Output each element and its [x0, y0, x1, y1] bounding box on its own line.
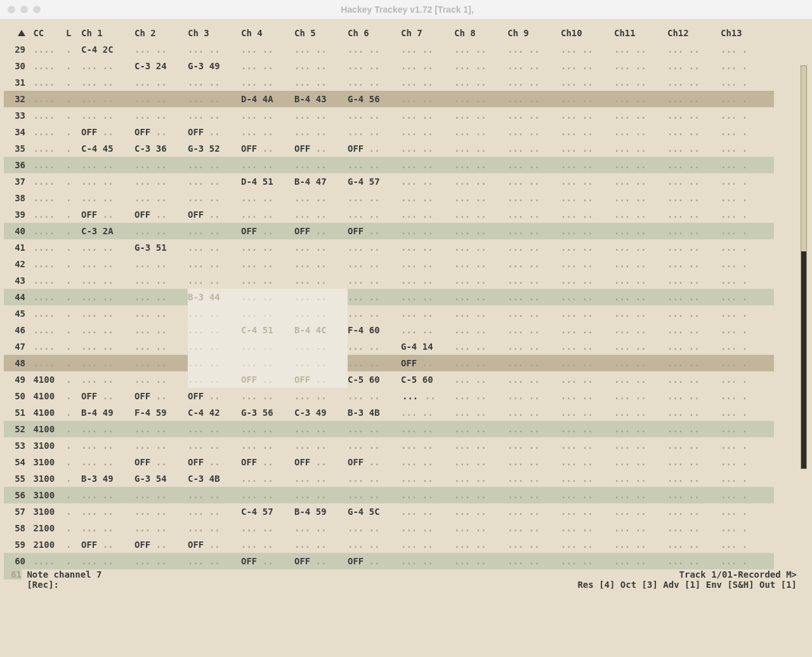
channel-cell[interactable]: ... .	[721, 470, 774, 487]
channel-cell[interactable]: ... ..	[561, 437, 614, 454]
channel-cell[interactable]: ... .	[721, 157, 774, 173]
channel-cell[interactable]: D-4 51	[241, 173, 294, 190]
channel-cell[interactable]: ... ..	[454, 305, 508, 322]
channel-cell[interactable]: ... ..	[667, 206, 721, 223]
channel-cell[interactable]: ... ..	[401, 322, 454, 338]
channel-cell[interactable]: ... ..	[454, 355, 508, 371]
channel-cell[interactable]: B-4 4C	[294, 322, 348, 338]
channel-cell[interactable]: ... ..	[81, 322, 134, 338]
channel-cell[interactable]: ... ..	[348, 256, 401, 272]
channel-cell[interactable]: ... .	[721, 140, 774, 157]
channel-cell[interactable]: ... ..	[241, 157, 294, 173]
channel-cell[interactable]: ... ..	[454, 454, 508, 470]
channel-cell[interactable]: ... ..	[667, 338, 721, 355]
channel-cell[interactable]: ... ..	[348, 74, 401, 91]
channel-cell[interactable]: ... ..	[241, 355, 294, 371]
scrollbar[interactable]	[801, 65, 807, 469]
channel-cell[interactable]: ... ..	[348, 272, 401, 289]
channel-cell[interactable]: ... ..	[81, 454, 134, 470]
channel-cell[interactable]: C-5 60	[401, 371, 454, 388]
channel-cell[interactable]: ... ..	[188, 421, 241, 437]
channel-cell[interactable]: ... ..	[667, 371, 721, 388]
channel-cell[interactable]: ... ..	[188, 305, 241, 322]
l-cell[interactable]: .	[66, 74, 81, 91]
pattern-row[interactable]: 55 3100.B-3 49G-3 54C-3 4B... ..... ....…	[4, 470, 774, 487]
channel-cell[interactable]: ... ..	[294, 107, 348, 124]
channel-cell[interactable]: ... ..	[348, 487, 401, 503]
channel-cell[interactable]: ... ..	[134, 74, 188, 91]
pattern-row[interactable]: 29 .....C-4 2C... ..... ..... ..... ....…	[4, 41, 774, 58]
channel-cell[interactable]: ... ..	[81, 190, 134, 206]
channel-cell[interactable]: ... ..	[508, 272, 561, 289]
channel-cell[interactable]: ... ..	[667, 536, 721, 553]
channel-cell[interactable]: ... ..	[667, 454, 721, 470]
channel-cell[interactable]: ... ..	[401, 520, 454, 536]
channel-cell[interactable]: ... ..	[81, 355, 134, 371]
channel-cell[interactable]: ... ..	[348, 536, 401, 553]
channel-cell[interactable]: ... ..	[134, 91, 188, 107]
pattern-row[interactable]: 58 2100.... ..... ..... ..... ..... ....…	[4, 520, 774, 536]
cc-cell[interactable]: ....	[28, 124, 66, 140]
cc-cell[interactable]: 3100	[28, 437, 66, 454]
channel-cell[interactable]: ... ..	[188, 487, 241, 503]
cc-cell[interactable]: ....	[28, 223, 66, 239]
channel-cell[interactable]: ... ..	[561, 124, 614, 140]
channel-cell[interactable]: C-4 57	[241, 503, 294, 520]
channel-cell[interactable]: ... ..	[401, 91, 454, 107]
channel-cell[interactable]: ... ..	[294, 520, 348, 536]
channel-cell[interactable]: ... ..	[454, 487, 508, 503]
channel-cell[interactable]: ... ..	[188, 437, 241, 454]
channel-cell[interactable]: ... ..	[401, 536, 454, 553]
channel-cell[interactable]: ... ..	[508, 256, 561, 272]
channel-cell[interactable]: ... ..	[561, 206, 614, 223]
channel-cell[interactable]: ... ..	[614, 404, 667, 421]
channel-cell[interactable]: ... ..	[561, 322, 614, 338]
channel-cell[interactable]: ... ..	[667, 124, 721, 140]
channel-cell[interactable]: ... ..	[134, 503, 188, 520]
channel-cell[interactable]: ... ..	[241, 487, 294, 503]
channel-cell[interactable]: C-3 24	[134, 58, 188, 74]
channel-cell[interactable]: OFF ..	[134, 388, 188, 404]
channel-cell[interactable]: OFF ..	[348, 223, 401, 239]
pattern-row[interactable]: 41 ........ ..G-3 51... ..... ..... ....…	[4, 239, 774, 256]
channel-cell[interactable]: ... ..	[348, 157, 401, 173]
channel-cell[interactable]: OFF ..	[81, 124, 134, 140]
channel-cell[interactable]: ... ..	[667, 553, 721, 569]
channel-cell[interactable]: ... ..	[241, 388, 294, 404]
channel-cell[interactable]: ... ..	[134, 256, 188, 272]
channel-cell[interactable]: ... ..	[81, 74, 134, 91]
pattern-row[interactable]: 35 .....C-4 45C-3 36G-3 52OFF ..OFF ..OF…	[4, 140, 774, 157]
l-cell[interactable]: .	[66, 173, 81, 190]
channel-cell[interactable]: ... ..	[188, 272, 241, 289]
channel-cell[interactable]: ... ..	[188, 338, 241, 355]
channel-cell[interactable]: ... ..	[508, 404, 561, 421]
channel-cell[interactable]: B-4 59	[294, 503, 348, 520]
channel-cell[interactable]: ... .	[721, 421, 774, 437]
channel-cell[interactable]: ... .	[721, 322, 774, 338]
channel-cell[interactable]: OFF ..	[348, 454, 401, 470]
channel-cell[interactable]: C-4 2C	[81, 41, 134, 58]
cc-cell[interactable]: ....	[28, 107, 66, 124]
channel-cell[interactable]: G-3 52	[188, 140, 241, 157]
cursor[interactable]: ...	[401, 391, 419, 401]
channel-cell[interactable]: ... ..	[81, 520, 134, 536]
channel-cell[interactable]: ... ..	[188, 322, 241, 338]
channel-cell[interactable]: ... .	[721, 553, 774, 569]
channel-cell[interactable]: ... ..	[81, 553, 134, 569]
channel-cell[interactable]: ... ..	[561, 487, 614, 503]
channel-cell[interactable]: ... ..	[134, 322, 188, 338]
cc-cell[interactable]: 4100	[28, 421, 66, 437]
channel-cell[interactable]: ... ..	[81, 289, 134, 305]
l-cell[interactable]: .	[66, 272, 81, 289]
channel-cell[interactable]: ... ..	[667, 355, 721, 371]
channel-cell[interactable]: ... ..	[348, 41, 401, 58]
channel-cell[interactable]: G-4 57	[348, 173, 401, 190]
channel-cell[interactable]: ... ..	[348, 239, 401, 256]
channel-cell[interactable]: ... ..	[561, 41, 614, 58]
channel-cell[interactable]: ... ..	[508, 223, 561, 239]
l-cell[interactable]: .	[66, 107, 81, 124]
channel-cell[interactable]: ... ..	[667, 58, 721, 74]
channel-cell[interactable]: D-4 4A	[241, 91, 294, 107]
cc-cell[interactable]: ....	[28, 190, 66, 206]
channel-cell[interactable]: ... .	[721, 239, 774, 256]
